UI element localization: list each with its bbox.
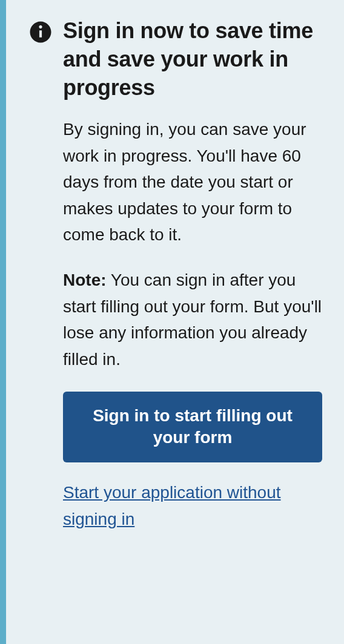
- alert-body: By signing in, you can save your work in…: [28, 116, 322, 533]
- sign-in-alert: Sign in now to save time and save your w…: [0, 0, 344, 644]
- note-label: Note:: [63, 271, 107, 289]
- alert-header: Sign in now to save time and save your w…: [28, 17, 322, 102]
- alert-body-paragraph: By signing in, you can save your work in…: [63, 116, 322, 248]
- alert-note: Note: You can sign in after you start fi…: [63, 267, 322, 372]
- info-icon: [28, 19, 53, 47]
- sign-in-button[interactable]: Sign in to start filling out your form: [63, 392, 322, 462]
- start-without-signin-link[interactable]: Start your application without signing i…: [63, 483, 281, 529]
- alert-title: Sign in now to save time and save your w…: [63, 17, 322, 102]
